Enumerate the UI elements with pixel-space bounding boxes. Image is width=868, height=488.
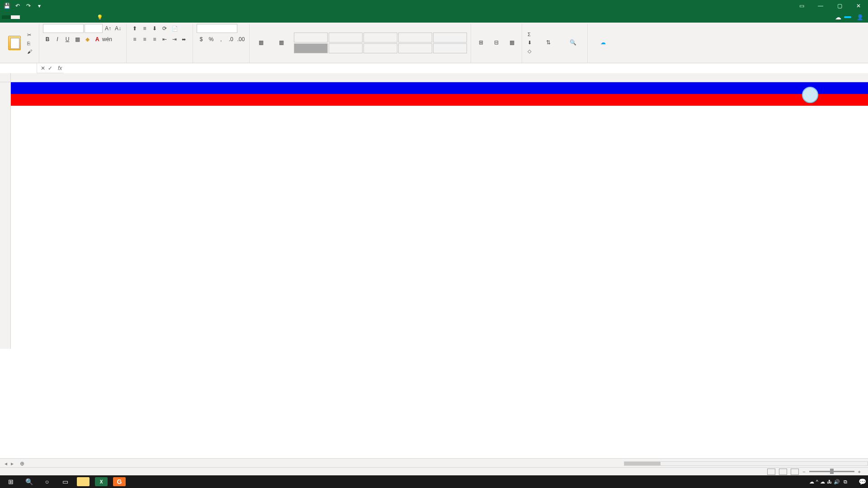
delete-cells-icon[interactable]: ⊟ <box>490 36 503 49</box>
notifications-icon[interactable]: 💬 <box>858 475 866 488</box>
tab-home[interactable] <box>11 15 20 19</box>
undo-icon[interactable]: ↶ <box>13 1 23 11</box>
align-left-icon[interactable]: ≡ <box>130 35 139 44</box>
tab-nav-first-icon[interactable]: ◂ <box>5 460 7 467</box>
align-middle-icon[interactable]: ≡ <box>140 24 149 33</box>
cortana-icon[interactable]: ○ <box>38 475 56 488</box>
tab-view[interactable] <box>65 15 74 19</box>
cut-button[interactable]: ✂ <box>25 31 35 39</box>
merge-center-button[interactable]: ⬌ <box>180 35 189 44</box>
increase-font-icon[interactable]: A↑ <box>104 24 113 33</box>
format-cells-icon[interactable]: ▦ <box>505 36 518 49</box>
tellme-search[interactable]: 💡 <box>97 14 105 20</box>
upload-button[interactable] <box>844 16 851 18</box>
tray-onedrive-icon[interactable]: ☁ <box>820 479 825 485</box>
style-normal[interactable] <box>294 33 328 42</box>
wrap-text-button[interactable]: 📄 <box>170 24 181 33</box>
indent-dec-icon[interactable]: ⇤ <box>160 35 169 44</box>
search-icon[interactable]: 🔍 <box>20 475 38 488</box>
font-size-select[interactable] <box>85 24 103 33</box>
formula-bar[interactable] <box>64 63 868 73</box>
align-top-icon[interactable]: ⬆ <box>130 24 139 33</box>
app-orange-icon[interactable]: G <box>110 475 128 488</box>
italic-icon[interactable]: I <box>53 35 62 44</box>
decrease-decimal-icon[interactable]: .00 <box>236 35 245 44</box>
tray-bluetooth-icon[interactable]: ⧉ <box>844 479 847 485</box>
view-pagebreak-icon[interactable] <box>791 469 799 475</box>
currency-icon[interactable]: $ <box>197 35 206 44</box>
add-sheet-button[interactable]: ⊕ <box>18 460 26 467</box>
bold-icon[interactable]: B <box>43 35 52 44</box>
tray-network-icon[interactable]: 🖧 <box>827 479 832 484</box>
minimize-icon[interactable]: — <box>811 0 830 12</box>
zoom-out-icon[interactable]: − <box>802 469 805 474</box>
tab-file[interactable] <box>2 15 11 19</box>
tab-review[interactable] <box>56 15 65 19</box>
underline-icon[interactable]: U <box>63 35 72 44</box>
font-family-select[interactable] <box>43 24 84 33</box>
qat-custom-icon[interactable]: ▾ <box>34 1 44 11</box>
sort-filter-icon[interactable]: ⇅ <box>542 36 555 49</box>
ribbon-options-icon[interactable]: ▭ <box>792 0 811 12</box>
excel-taskbar-icon[interactable]: X <box>92 475 110 488</box>
style-output[interactable] <box>433 43 467 53</box>
file-explorer-icon[interactable] <box>74 475 92 488</box>
number-format-select[interactable] <box>197 24 237 33</box>
align-center-icon[interactable]: ≡ <box>140 35 149 44</box>
maximize-icon[interactable]: ▢ <box>830 0 849 12</box>
netdisk-icon[interactable]: ☁ <box>597 36 609 49</box>
tray-volume-icon[interactable]: 🔊 <box>834 479 840 485</box>
percent-icon[interactable]: % <box>207 35 216 44</box>
tab-special[interactable] <box>74 15 83 19</box>
style-bad[interactable] <box>329 33 363 42</box>
increase-decimal-icon[interactable]: .0 <box>226 35 236 44</box>
phonetic-icon[interactable]: wén <box>103 35 112 44</box>
zoom-slider[interactable] <box>809 471 854 472</box>
comma-icon[interactable]: , <box>217 35 226 44</box>
view-pagelayout-icon[interactable] <box>779 469 787 475</box>
fx-icon[interactable]: fx <box>56 65 64 71</box>
tab-data[interactable] <box>47 15 56 19</box>
style-neutral[interactable] <box>398 33 432 42</box>
clear-button[interactable]: ◇ <box>526 47 535 55</box>
indent-inc-icon[interactable]: ⇥ <box>170 35 179 44</box>
tab-nav-last-icon[interactable]: ▸ <box>11 460 14 467</box>
start-button[interactable]: ⊞ <box>2 475 20 488</box>
cancel-formula-icon[interactable]: ✕ <box>41 65 45 71</box>
horizontal-scrollbar[interactable] <box>624 460 868 467</box>
style-warn[interactable] <box>363 43 397 53</box>
save-icon[interactable]: 💾 <box>2 1 12 11</box>
weather-widget[interactable]: ☁ <box>809 479 814 485</box>
close-icon[interactable]: ✕ <box>849 0 868 12</box>
border-icon[interactable]: ▦ <box>73 35 82 44</box>
conditional-format-icon[interactable]: ▦ <box>253 36 269 49</box>
style-calc[interactable] <box>433 33 467 42</box>
redo-icon[interactable]: ↷ <box>24 1 33 11</box>
paste-button[interactable] <box>6 30 23 56</box>
style-linked[interactable] <box>398 43 432 53</box>
select-all-corner[interactable] <box>0 73 11 82</box>
tab-insert[interactable] <box>20 15 29 19</box>
style-explain[interactable] <box>329 43 363 53</box>
cloud-icon[interactable]: ☁ <box>835 14 841 21</box>
zoom-in-icon[interactable]: + <box>858 469 861 474</box>
tab-layout[interactable] <box>29 15 38 19</box>
decrease-font-icon[interactable]: A↓ <box>113 24 123 33</box>
align-bottom-icon[interactable]: ⬇ <box>150 24 159 33</box>
fill-color-icon[interactable]: ◆ <box>83 35 92 44</box>
cells-grid[interactable] <box>11 82 868 349</box>
fill-button[interactable]: ⬇ <box>526 39 535 47</box>
view-normal-icon[interactable] <box>767 469 775 475</box>
tray-chevron-icon[interactable]: ^ <box>816 479 818 484</box>
timer-overlay[interactable] <box>802 87 818 103</box>
enter-formula-icon[interactable]: ✓ <box>48 65 52 71</box>
style-check[interactable] <box>294 43 328 53</box>
style-good[interactable] <box>363 33 397 42</box>
taskview-icon[interactable]: ▭ <box>56 475 74 488</box>
font-color-icon[interactable]: A <box>93 35 102 44</box>
insert-cells-icon[interactable]: ⊞ <box>475 36 487 49</box>
format-table-icon[interactable]: ▦ <box>274 36 289 49</box>
format-painter-button[interactable]: 🖌 <box>25 48 35 55</box>
share-button[interactable]: 👤 <box>857 14 863 20</box>
tab-baidu[interactable] <box>83 15 92 19</box>
